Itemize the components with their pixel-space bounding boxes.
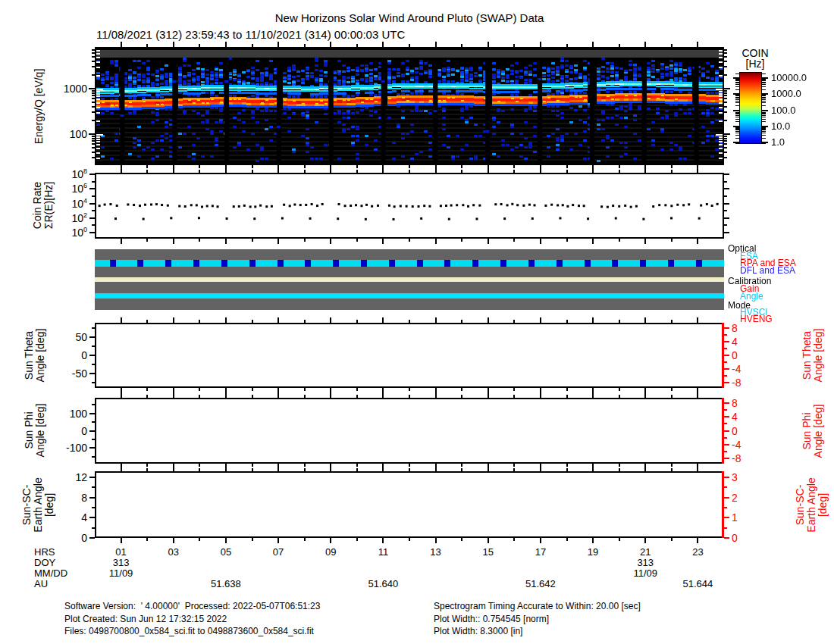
x-major-tick — [356, 44, 358, 47]
x-major-tick — [304, 165, 306, 168]
axis-tick — [762, 80, 766, 80]
axis-tick — [92, 404, 95, 405]
x-major-tick — [619, 395, 620, 398]
x-major-tick — [252, 44, 253, 47]
axis-tick — [92, 152, 95, 153]
x-major-tick — [121, 538, 122, 543]
x-major-tick — [435, 42, 437, 47]
x-major-tick — [121, 239, 122, 244]
x-major-tick — [409, 468, 410, 471]
red-axis-title: Sun-SC- Earth Angle [deg] — [795, 421, 829, 588]
footer-files: Files: 0498700800_0x584_sci.fit to 04988… — [64, 626, 314, 636]
x-major-tick — [225, 317, 227, 323]
red-axis-tick — [724, 341, 729, 342]
x-major-tick — [121, 317, 122, 323]
mark-optical-dfl-and-esa — [305, 260, 311, 267]
axis-tick — [724, 138, 727, 139]
axis-tick — [762, 95, 766, 95]
mark-optical-dfl-and-esa — [417, 260, 423, 267]
axis-tick — [724, 157, 727, 158]
axis-tick — [92, 147, 95, 148]
sun-theta-panel — [95, 323, 724, 388]
red-axis-tick — [724, 444, 729, 445]
axis-tick — [89, 188, 95, 189]
red-axis-tick — [724, 375, 727, 377]
plot-area: COIN [Hz] HRS DOY MM/DD AU Software Vers… — [0, 0, 834, 644]
axis-tick — [735, 138, 739, 139]
x-major-tick — [199, 239, 200, 242]
axis-tick — [762, 129, 766, 130]
axis-tick — [762, 105, 766, 106]
axis-tick — [735, 129, 739, 130]
axis-tick — [724, 102, 727, 103]
axis-tick — [735, 83, 739, 83]
axis-tick — [724, 133, 730, 135]
x-major-tick — [356, 239, 358, 242]
axis-tick — [762, 133, 766, 133]
axis-tick — [762, 93, 768, 95]
axis-tick — [762, 73, 766, 74]
x-major-tick — [409, 239, 410, 242]
axis-tick — [724, 49, 727, 51]
axis-tick — [724, 88, 730, 89]
x-major-tick — [644, 466, 646, 471]
mark-optical-dfl-and-esa — [557, 260, 563, 267]
stripe-calibration — [95, 277, 724, 282]
axis-tick — [92, 56, 95, 58]
axis-tick — [89, 232, 95, 233]
x-major-tick — [592, 317, 594, 323]
axis-tick — [735, 97, 739, 98]
x-major-tick — [225, 392, 227, 398]
x-major-tick — [461, 468, 462, 471]
x-major-tick — [356, 170, 358, 173]
x-major-tick — [697, 538, 698, 543]
x-major-tick — [697, 167, 698, 173]
x-major-tick — [304, 320, 306, 323]
x-major-tick — [146, 239, 148, 242]
hour-label: 21 — [630, 546, 660, 558]
x-major-tick — [199, 388, 200, 391]
legend-dfl-and-esa: DFL and ESA — [740, 265, 795, 276]
x-major-tick — [461, 320, 462, 323]
axis-tick — [733, 142, 739, 143]
x-major-tick — [488, 538, 489, 543]
axis-tick — [762, 97, 766, 98]
au-value: 51.638 — [199, 578, 252, 589]
axis-tick — [92, 195, 95, 197]
axis-tick — [735, 133, 739, 133]
axis-tick — [735, 79, 739, 80]
red-axis-tick — [724, 437, 727, 439]
axis-tick — [735, 89, 739, 90]
x-major-tick — [513, 468, 515, 471]
x-major-tick — [330, 42, 331, 47]
mark-optical-dfl-and-esa — [249, 260, 256, 267]
axis-tick — [735, 73, 739, 74]
x-major-tick — [277, 466, 279, 471]
axis-tick — [724, 147, 727, 148]
x-major-tick — [252, 388, 253, 391]
x-major-tick — [619, 388, 620, 391]
x-major-tick — [146, 464, 148, 467]
x-major-tick — [592, 392, 594, 398]
footer-plot-width-in: Plot Width: 8.3000 [in] — [434, 626, 522, 636]
x-major-tick — [513, 44, 515, 47]
x-major-tick — [252, 165, 253, 168]
x-major-tick — [382, 167, 384, 173]
x-major-tick — [409, 464, 410, 467]
axis-tick — [92, 181, 95, 183]
mmdd-value: 11/09 — [99, 567, 144, 579]
x-major-tick — [121, 42, 122, 47]
red-axis-tick — [724, 382, 729, 383]
axis-tick — [724, 152, 727, 153]
axis-tick — [92, 140, 95, 142]
red-tick-label: 3 — [732, 471, 738, 483]
x-major-tick — [461, 239, 462, 242]
x-major-tick — [592, 239, 594, 244]
red-axis-tick — [724, 527, 727, 529]
x-major-tick — [540, 392, 541, 398]
x-major-tick — [277, 317, 279, 323]
axis-tick — [724, 181, 727, 183]
axis-tick — [762, 130, 766, 130]
x-major-tick — [592, 42, 594, 47]
x-major-tick — [619, 538, 620, 541]
